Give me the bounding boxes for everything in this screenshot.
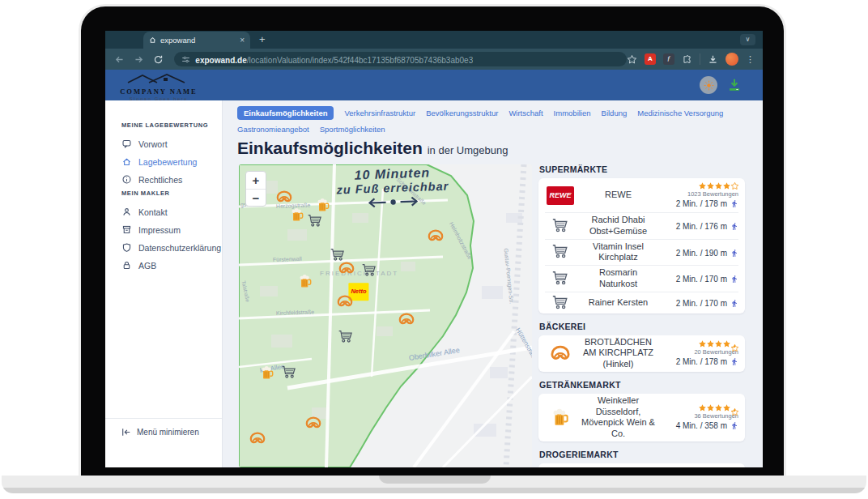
category-nav: EinkaufsmöglichkeitenVerkehrsinfrastrukt…	[223, 100, 763, 134]
cart-icon	[551, 294, 569, 312]
walking-person-icon	[730, 299, 738, 308]
sun-icon	[703, 79, 715, 92]
map-marker-beer-icon[interactable]	[289, 207, 305, 223]
map-marker-pretzel-icon[interactable]	[249, 432, 266, 445]
back-icon[interactable]	[113, 53, 126, 66]
nav-tab-verkehrsinfrastruktur[interactable]: Verkehrsinfrastruktur	[344, 109, 415, 117]
poi-row-rosmarin-naturkost[interactable]: Rosmarin Naturkost2 Min. / 170 m	[545, 265, 738, 292]
company-logo[interactable]: COMPANY NAME Slogan Goes here	[118, 72, 199, 101]
map-marker-cart-icon[interactable]	[307, 213, 323, 229]
profile-avatar[interactable]	[725, 53, 738, 66]
extension-icon[interactable]: ƒ	[663, 53, 674, 65]
map-marker-pretzel-icon[interactable]	[338, 262, 355, 275]
poi-meta: 36 Bewertungen4 Min. / 358 m	[661, 404, 738, 430]
poi-meta: 2 Min. / 190 m	[661, 247, 738, 258]
collapse-menu-button[interactable]: Menü minimieren	[105, 418, 222, 437]
browser-menu-icon[interactable]: ⋮	[746, 54, 755, 65]
map-marker-pretzel-icon[interactable]	[398, 313, 415, 326]
map-marker-pretzel-icon[interactable]	[428, 229, 445, 242]
laptop-base	[2, 476, 866, 493]
poi-name: Weinkeller Düsseldorf,Mövenpick Wein & C…	[576, 395, 661, 440]
laptop-screen: expowand × + ∨	[81, 6, 784, 476]
url-bar[interactable]: expowand.de/locationValuation/index/542f…	[174, 52, 627, 66]
laptop-notch	[379, 476, 491, 484]
sidebar-item-label: Kontakt	[138, 207, 168, 217]
walking-person-icon	[730, 421, 738, 430]
beer-icon	[550, 407, 571, 428]
map-marker-cart-icon[interactable]	[361, 262, 377, 279]
browser-tabstrip: expowand × + ∨	[105, 31, 763, 49]
sidebar-item-rechtliches[interactable]: Rechtliches	[105, 172, 222, 187]
bookmark-star-icon[interactable]	[627, 54, 637, 65]
site-settings-icon[interactable]	[181, 55, 190, 64]
poi-row-weinkeller-düsseldorf-[interactable]: Weinkeller Düsseldorf,Mövenpick Wein & C…	[545, 394, 738, 441]
poi-row-rainer-kersten[interactable]: Rainer Kersten2 Min. / 170 m	[545, 292, 738, 313]
map-marker-beer-icon[interactable]	[259, 365, 275, 381]
pretzel-icon	[550, 345, 571, 361]
map-marker-cart-icon[interactable]	[281, 365, 297, 381]
poi-card-getränkemarkt: Weinkeller Düsseldorf,Mövenpick Wein & C…	[538, 394, 745, 441]
poi-card-drogeriemarkt: dm-drogerie markt5 Min. / 452 m	[538, 463, 745, 467]
nav-tab-bevölkerungsstruktur[interactable]: Bevölkerungsstruktur	[426, 109, 498, 117]
sidebar-item-vorwort[interactable]: Vorwort	[105, 136, 222, 151]
review-count: 20 Bewertungen	[661, 348, 738, 356]
poi-name: Vitamin Insel Kirchplatz	[576, 241, 661, 264]
theme-toggle-button[interactable]	[700, 76, 717, 94]
nav-tab-medizinische-versorgung[interactable]: Medizinische Versorgung	[637, 109, 723, 117]
poi-row-vitamin-insel-kirchplatz[interactable]: Vitamin Insel Kirchplatz2 Min. / 190 m	[545, 239, 738, 266]
nav-tab-wirtschaft[interactable]: Wirtschaft	[508, 109, 542, 117]
poi-name: Rainer Kersten	[576, 297, 661, 309]
lock-icon	[121, 260, 132, 271]
header-actions	[700, 76, 743, 94]
poi-card-supermärkte: REWEREWE1023 Bewertungen2 Min. / 178 mRa…	[538, 178, 745, 313]
rating-stars	[661, 340, 738, 348]
rating-stars	[661, 404, 738, 412]
toolbar-separator	[700, 53, 700, 65]
pdf-extension-icon[interactable]: A	[645, 53, 656, 65]
tab-search-button[interactable]: ∨	[740, 34, 755, 45]
sidebar-item-kontakt[interactable]: Kontakt	[105, 204, 222, 220]
map-marker-pretzel-icon[interactable]	[276, 190, 293, 203]
poi-meta: 1023 Bewertungen2 Min. / 178 m	[661, 182, 738, 208]
url-path: /locationValuation/index/542f44bc17135bf…	[247, 56, 474, 65]
map-marker-cart-icon[interactable]	[338, 329, 354, 345]
poi-row-rachid-dhabi-obst-gemüse[interactable]: Rachid Dhabi Obst+Gemüse2 Min. / 176 m	[545, 212, 738, 239]
poi-row-brotlädchen-am-kirchplatz[interactable]: BROTLÄDCHEN AM KIRCHPLATZ(Hinkel)20 Bewe…	[545, 335, 738, 372]
nav-tab-einkaufsmöglichkeiten[interactable]: Einkaufsmöglichkeiten	[237, 106, 334, 120]
forward-icon[interactable]	[133, 53, 146, 66]
map[interactable]: gstraßeHerzogstraßeFürstenwallFRIEDRICHS…	[239, 164, 532, 467]
poi-name: REWE	[576, 190, 661, 201]
poi-row-rewe[interactable]: REWEREWE1023 Bewertungen2 Min. / 178 m	[545, 178, 738, 212]
walk-distance: 2 Min. / 178 m	[676, 199, 727, 208]
sidebar-item-lagebewertung[interactable]: Lagebewertung	[105, 154, 222, 169]
sidebar-item-agb[interactable]: AGB	[105, 258, 222, 273]
extensions-puzzle-icon[interactable]	[682, 54, 692, 65]
reload-icon[interactable]	[152, 53, 165, 66]
downloads-icon[interactable]	[708, 54, 718, 65]
laptop-mockup: expowand × + ∨	[0, 0, 868, 499]
new-tab-button[interactable]: +	[259, 33, 266, 45]
poi-row-dm-drogerie-markt[interactable]: dm-drogerie markt5 Min. / 452 m	[545, 463, 738, 467]
map-marker-pretzel-icon[interactable]	[305, 416, 322, 429]
tab-close-icon[interactable]: ×	[240, 36, 245, 45]
map-marker-beer-icon[interactable]	[297, 273, 313, 289]
sidebar-item-impressum[interactable]: Impressum	[105, 222, 222, 237]
nav-tab-immobilien[interactable]: Immobilien	[554, 109, 591, 117]
toothbrush-icon	[551, 465, 570, 467]
section-title-getränkemarkt: GETRÄNKEMARKT	[539, 380, 745, 390]
download-report-button[interactable]	[725, 76, 743, 94]
page-title-sub: in der Umgebung	[428, 144, 508, 156]
nav-tab-gastronomieangebot[interactable]: Gastronomieangebot	[237, 125, 309, 134]
zoom-out-button[interactable]: −	[246, 189, 266, 206]
browser-tab[interactable]: expowand ×	[143, 32, 250, 49]
map-marker-pretzel-icon[interactable]	[337, 295, 354, 308]
sidebar-item-datenschutzerklärung[interactable]: Datenschutzerklärung	[105, 240, 222, 255]
poi-card-bäckerei: BROTLÄDCHEN AM KIRCHPLATZ(Hinkel)20 Bewe…	[538, 335, 745, 372]
nav-tab-sportmöglichkeiten[interactable]: Sportmöglichkeiten	[320, 125, 385, 134]
walking-person-icon	[730, 249, 738, 258]
nav-tab-bildung[interactable]: Bildung	[602, 109, 628, 117]
zoom-in-button[interactable]: +	[246, 172, 266, 189]
building-icon	[121, 224, 132, 235]
poi-name: Rachid Dhabi Obst+Gemüse	[576, 215, 661, 237]
poi-name: Rosmarin Naturkost	[576, 267, 661, 290]
